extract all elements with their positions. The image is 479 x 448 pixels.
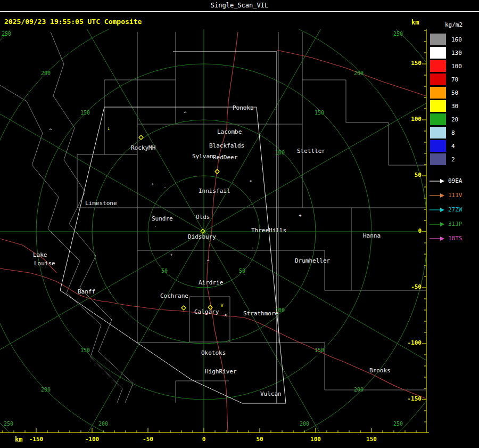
legend-swatch [430, 127, 446, 139]
radar-id-label: 09EA [448, 177, 463, 184]
legend-value: 4 [451, 143, 455, 150]
legend-entry: 2 [430, 153, 479, 165]
scale-bars [0, 29, 429, 433]
radar-legend-item: 09EA [429, 174, 479, 188]
radar-id-legend: 09EA111V27ZW31JP18TS [427, 174, 479, 246]
radar-arrow-icon [429, 207, 445, 213]
legend-swatch [430, 100, 446, 112]
legend-value: 2 [451, 156, 455, 163]
radar-id-label: 31JP [448, 221, 463, 227]
radar-id-label: 111V [448, 192, 463, 199]
legend-swatch [430, 140, 446, 152]
radar-application: Single_Scan_VIL 2025/09/23 19:55:05 UTC … [0, 0, 479, 448]
legend-swatch [430, 153, 446, 165]
radar-coverage-outline [60, 52, 286, 403]
legend-value: 30 [451, 103, 458, 110]
legend-entry: 160 [430, 34, 479, 45]
radar-id-label: 27ZW [448, 206, 463, 213]
radar-arrow-icon [429, 222, 445, 227]
radar-arrow-icon [429, 236, 445, 241]
color-scale: 16013010070503020842 [427, 34, 479, 165]
legend-value: 100 [451, 63, 462, 70]
legend-swatch [430, 113, 446, 125]
legend-entry: 20 [430, 113, 479, 125]
legend-value: 130 [451, 50, 462, 56]
legend-value: 160 [451, 36, 462, 43]
radar-arrow-icon [429, 193, 445, 198]
range-rings [0, 0, 479, 448]
county-boundaries [0, 32, 426, 403]
radar-legend-item: 111V [429, 188, 479, 202]
legend-unit-label: kg/m2 [445, 21, 479, 28]
legend-entry: 4 [430, 140, 479, 152]
legend-swatch [430, 74, 446, 85]
legend-entry: 30 [430, 100, 479, 112]
legend-entry: 130 [430, 47, 479, 59]
legend-value: 20 [451, 116, 458, 123]
legend-swatch [430, 60, 446, 72]
legend-swatch [430, 47, 446, 59]
legend-value: 8 [451, 129, 455, 136]
legend-value: 70 [451, 76, 458, 83]
legend-entry: 70 [430, 74, 479, 85]
radar-site-marker [181, 306, 186, 310]
legend-swatch [430, 34, 446, 45]
legend-panel: kg/m2 16013010070503020842 09EA111V27ZW3… [427, 21, 479, 246]
legend-entry: 100 [430, 60, 479, 72]
radar-arrow-icon [429, 178, 445, 184]
legend-entry: 50 [430, 87, 479, 99]
radar-id-label: 18TS [448, 235, 463, 242]
legend-value: 50 [451, 89, 458, 96]
radar-legend-item: 27ZW [429, 202, 479, 217]
radar-map[interactable] [0, 0, 479, 448]
radar-legend-item: 18TS [429, 231, 479, 246]
radar-legend-item: 31JP [429, 217, 479, 231]
range-ring [0, 0, 479, 448]
legend-swatch [430, 87, 446, 99]
legend-entry: 8 [430, 127, 479, 139]
range-ring [0, 8, 427, 448]
